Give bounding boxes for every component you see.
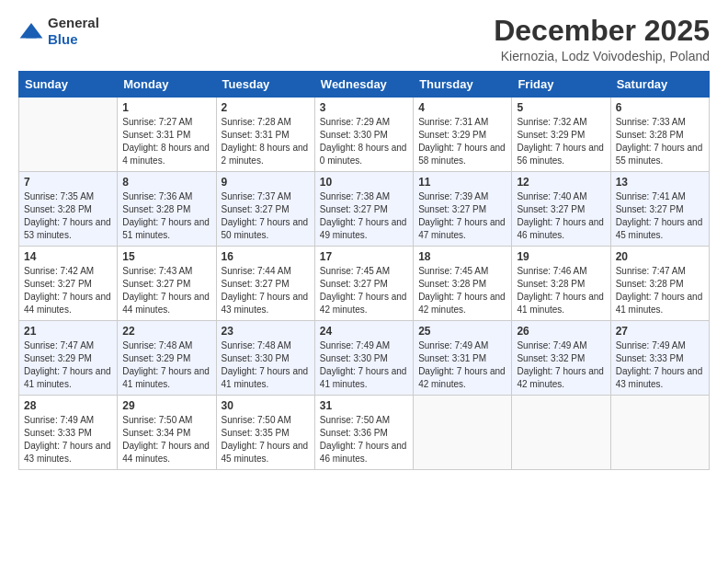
day-number: 1 [122,101,210,114]
calendar-day-cell [610,396,709,470]
calendar-day-cell: 2Sunrise: 7:28 AMSunset: 3:31 PMDaylight… [216,98,314,172]
calendar-day-cell: 8Sunrise: 7:36 AMSunset: 3:28 PMDaylight… [118,172,216,247]
day-detail: Sunrise: 7:43 AMSunset: 3:27 PMDaylight:… [122,265,210,316]
day-number: 2 [222,101,310,114]
day-detail: Sunrise: 7:44 AMSunset: 3:27 PMDaylight:… [222,265,310,316]
calendar-day-cell: 15Sunrise: 7:43 AMSunset: 3:27 PMDayligh… [118,247,216,321]
calendar-day-cell: 28Sunrise: 7:49 AMSunset: 3:33 PMDayligh… [19,396,118,470]
day-detail: Sunrise: 7:42 AMSunset: 3:27 PMDaylight:… [24,265,112,316]
day-detail: Sunrise: 7:50 AMSunset: 3:35 PMDaylight:… [222,414,310,465]
day-number: 20 [616,250,704,263]
day-detail: Sunrise: 7:49 AMSunset: 3:32 PMDaylight:… [517,339,605,391]
day-number: 29 [122,399,210,412]
day-number: 30 [222,399,310,412]
calendar-table: SundayMondayTuesdayWednesdayThursdayFrid… [18,71,710,470]
day-number: 15 [122,250,210,263]
calendar-day-cell: 6Sunrise: 7:33 AMSunset: 3:28 PMDaylight… [610,98,709,172]
page-subtitle: Kiernozia, Lodz Voivodeship, Poland [494,49,710,63]
day-detail: Sunrise: 7:36 AMSunset: 3:28 PMDaylight:… [122,190,210,242]
day-number: 4 [418,101,506,114]
day-number: 21 [24,325,112,338]
calendar-day-cell: 23Sunrise: 7:48 AMSunset: 3:30 PMDayligh… [216,321,314,396]
calendar-day-cell [512,396,610,470]
day-detail: Sunrise: 7:49 AMSunset: 3:33 PMDaylight:… [24,414,112,465]
calendar-day-cell: 10Sunrise: 7:38 AMSunset: 3:27 PMDayligh… [314,172,413,247]
day-detail: Sunrise: 7:47 AMSunset: 3:28 PMDaylight:… [616,265,704,316]
weekday-header: Thursday [414,72,512,98]
page-header: General Blue December 2025 Kiernozia, Lo… [18,15,710,63]
weekday-header: Friday [512,72,610,98]
day-detail: Sunrise: 7:49 AMSunset: 3:30 PMDaylight:… [320,339,408,391]
day-detail: Sunrise: 7:37 AMSunset: 3:27 PMDaylight:… [222,190,310,242]
calendar-day-cell: 12Sunrise: 7:40 AMSunset: 3:27 PMDayligh… [512,172,610,247]
day-detail: Sunrise: 7:29 AMSunset: 3:30 PMDaylight:… [320,116,408,167]
day-number: 16 [222,250,310,263]
calendar-day-cell: 4Sunrise: 7:31 AMSunset: 3:29 PMDaylight… [414,98,512,172]
logo-general: General [48,15,99,30]
calendar-day-cell: 19Sunrise: 7:46 AMSunset: 3:28 PMDayligh… [512,247,610,321]
day-detail: Sunrise: 7:45 AMSunset: 3:28 PMDaylight:… [418,265,506,316]
svg-rect-1 [26,32,37,39]
calendar-day-cell: 27Sunrise: 7:49 AMSunset: 3:33 PMDayligh… [610,321,709,396]
day-number: 13 [616,176,704,189]
day-detail: Sunrise: 7:39 AMSunset: 3:27 PMDaylight:… [418,190,506,242]
calendar-week-row: 7Sunrise: 7:35 AMSunset: 3:28 PMDaylight… [19,172,710,247]
day-detail: Sunrise: 7:50 AMSunset: 3:36 PMDaylight:… [320,414,408,465]
day-detail: Sunrise: 7:45 AMSunset: 3:27 PMDaylight:… [320,265,408,316]
day-detail: Sunrise: 7:50 AMSunset: 3:34 PMDaylight:… [122,414,210,465]
weekday-header: Monday [118,72,216,98]
day-detail: Sunrise: 7:28 AMSunset: 3:31 PMDaylight:… [222,116,310,167]
calendar-day-cell: 21Sunrise: 7:47 AMSunset: 3:29 PMDayligh… [19,321,118,396]
calendar-day-cell: 9Sunrise: 7:37 AMSunset: 3:27 PMDaylight… [216,172,314,247]
day-detail: Sunrise: 7:27 AMSunset: 3:31 PMDaylight:… [122,116,210,167]
calendar-day-cell: 3Sunrise: 7:29 AMSunset: 3:30 PMDaylight… [314,98,413,172]
logo-text: General Blue [48,15,99,48]
day-number: 12 [517,176,605,189]
calendar-week-row: 21Sunrise: 7:47 AMSunset: 3:29 PMDayligh… [19,321,710,396]
calendar-header-row: SundayMondayTuesdayWednesdayThursdayFrid… [19,72,710,98]
day-number: 7 [24,176,112,189]
calendar-day-cell: 22Sunrise: 7:48 AMSunset: 3:29 PMDayligh… [118,321,216,396]
day-number: 18 [418,250,506,263]
day-detail: Sunrise: 7:48 AMSunset: 3:29 PMDaylight:… [122,339,210,391]
day-detail: Sunrise: 7:35 AMSunset: 3:28 PMDaylight:… [24,190,112,242]
day-detail: Sunrise: 7:38 AMSunset: 3:27 PMDaylight:… [320,190,408,242]
day-detail: Sunrise: 7:41 AMSunset: 3:27 PMDaylight:… [616,190,704,242]
day-number: 3 [320,101,408,114]
page-title: December 2025 [494,15,710,47]
calendar-day-cell: 24Sunrise: 7:49 AMSunset: 3:30 PMDayligh… [314,321,413,396]
logo-icon [18,21,44,41]
calendar-day-cell: 5Sunrise: 7:32 AMSunset: 3:29 PMDaylight… [512,98,610,172]
calendar-day-cell: 31Sunrise: 7:50 AMSunset: 3:36 PMDayligh… [314,396,413,470]
calendar-day-cell: 16Sunrise: 7:44 AMSunset: 3:27 PMDayligh… [216,247,314,321]
calendar-day-cell: 29Sunrise: 7:50 AMSunset: 3:34 PMDayligh… [118,396,216,470]
day-detail: Sunrise: 7:47 AMSunset: 3:29 PMDaylight:… [24,339,112,391]
day-detail: Sunrise: 7:48 AMSunset: 3:30 PMDaylight:… [222,339,310,391]
title-block: December 2025 Kiernozia, Lodz Voivodeshi… [494,15,710,63]
logo-blue: Blue [48,31,78,47]
day-number: 8 [122,176,210,189]
day-number: 28 [24,399,112,412]
day-number: 9 [222,176,310,189]
calendar-day-cell: 11Sunrise: 7:39 AMSunset: 3:27 PMDayligh… [414,172,512,247]
calendar-day-cell: 1Sunrise: 7:27 AMSunset: 3:31 PMDaylight… [118,98,216,172]
calendar-week-row: 14Sunrise: 7:42 AMSunset: 3:27 PMDayligh… [19,247,710,321]
day-number: 25 [418,325,506,338]
day-number: 24 [320,325,408,338]
calendar-day-cell: 26Sunrise: 7:49 AMSunset: 3:32 PMDayligh… [512,321,610,396]
day-number: 6 [616,101,704,114]
calendar-day-cell: 20Sunrise: 7:47 AMSunset: 3:28 PMDayligh… [610,247,709,321]
weekday-header: Wednesday [314,72,413,98]
day-number: 31 [320,399,408,412]
calendar-day-cell: 30Sunrise: 7:50 AMSunset: 3:35 PMDayligh… [216,396,314,470]
calendar-day-cell: 14Sunrise: 7:42 AMSunset: 3:27 PMDayligh… [19,247,118,321]
calendar-day-cell: 17Sunrise: 7:45 AMSunset: 3:27 PMDayligh… [314,247,413,321]
calendar-day-cell [414,396,512,470]
day-number: 22 [122,325,210,338]
day-detail: Sunrise: 7:32 AMSunset: 3:29 PMDaylight:… [517,116,605,167]
weekday-header: Tuesday [216,72,314,98]
day-number: 10 [320,176,408,189]
day-detail: Sunrise: 7:49 AMSunset: 3:31 PMDaylight:… [418,339,506,391]
day-number: 26 [517,325,605,338]
day-number: 27 [616,325,704,338]
